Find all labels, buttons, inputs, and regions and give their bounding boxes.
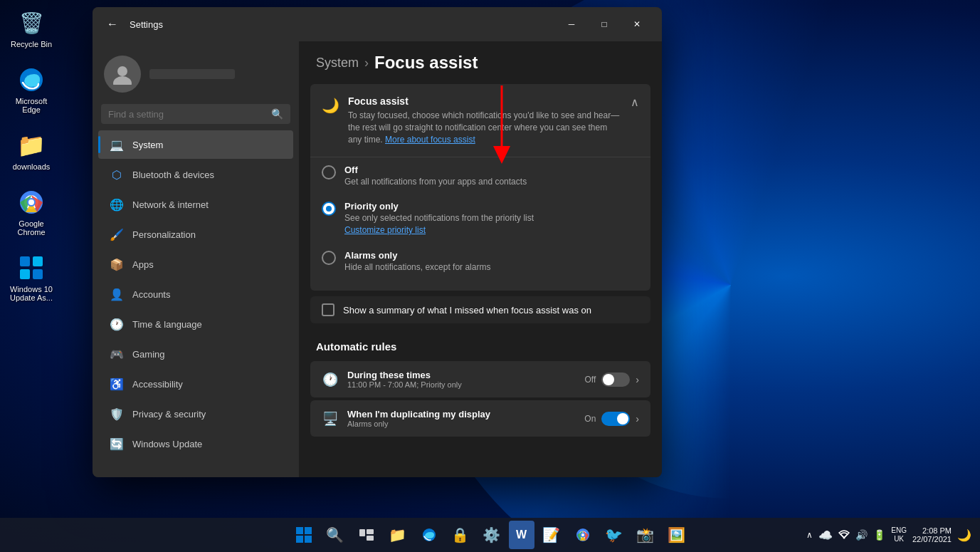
sidebar-item-apps[interactable]: 📦 Apps [98,250,293,278]
settings-window: ← Settings ─ □ ✕ 🔍 [93,7,662,477]
radio-alarms-text: Alarms only Hide all notifications, exce… [344,250,490,272]
search-input[interactable] [108,109,265,120]
user-profile[interactable] [93,50,299,104]
radio-alarms-circle[interactable] [322,251,336,265]
sidebar-item-system[interactable]: 💻 System [98,130,293,159]
svg-point-10 [113,76,132,85]
toggle-thumb [603,374,614,385]
svg-point-25 [843,536,845,538]
svg-rect-17 [359,529,365,536]
taskbar-search-icon[interactable]: 🔍 [321,521,349,549]
focus-learn-more[interactable]: More about focus assist [385,135,475,145]
sidebar-item-windows-update[interactable]: 🔄 Windows Update [98,429,293,458]
edge-label: Microsoft Edge [9,97,54,114]
network-label: Network & internet [132,199,209,210]
rule-duplicating-title: When I'm duplicating my display [347,409,576,420]
tray-network-icon[interactable] [838,529,850,541]
focus-assist-header[interactable]: 🌙 Focus assist To stay focused, choose w… [310,84,650,157]
taskbar-gallery-icon[interactable]: 🖼️ [663,521,691,549]
breadcrumb-parent: System [316,56,359,71]
rule-duplicating-arrow-icon: › [636,413,639,425]
sidebar-search[interactable]: 🔍 [101,104,290,124]
title-bar: ← Settings ─ □ ✕ [93,7,662,41]
sidebar-item-accounts[interactable]: 👤 Accounts [98,280,293,308]
radio-alarms[interactable]: Alarms only Hide all notifications, exce… [322,243,639,279]
taskbar-taskview-icon[interactable] [352,521,381,549]
summary-checkbox-option[interactable]: Show a summary of what I missed when foc… [310,296,650,323]
rule-during-toggle[interactable] [601,373,630,387]
tray-battery-icon[interactable]: 🔋 [873,529,885,541]
sidebar-item-time[interactable]: 🕐 Time & language [98,310,293,338]
sidebar-item-network[interactable]: 🌐 Network & internet [98,190,293,219]
recycle-bin-icon: 🗑️ [17,9,46,37]
taskbar-store-icon[interactable]: 🔒 [446,521,475,549]
windows-update-nav-label: Windows Update [132,439,202,449]
window-title: Settings [130,19,555,30]
summary-checkbox[interactable] [322,303,334,316]
windows-update-label: Windows 10 Update As... [9,285,54,302]
taskbar-edge-icon[interactable] [415,521,443,549]
svg-rect-16 [305,536,312,543]
summary-checkbox-label: Show a summary of what I missed when foc… [343,305,591,316]
taskbar-windows-icon[interactable] [290,521,318,549]
rule-duplicating-sub: Alarms only [347,420,576,428]
taskbar-date-text: 22/07/2021 [912,535,952,543]
sidebar-item-accessibility[interactable]: ♿ Accessibility [98,370,293,398]
taskbar-twitter-icon[interactable]: 🐦 [600,521,628,549]
taskbar-language[interactable]: ENGUK [891,526,907,543]
display-icon: 🖥️ [322,411,339,427]
svg-rect-7 [20,269,30,279]
rule-duplicating-right: On › [584,412,639,426]
gaming-icon: 🎮 [110,347,124,361]
system-icon: 💻 [110,137,124,152]
rule-during-times[interactable]: 🕐 During these times 11:00 PM - 7:00 AM;… [310,361,650,397]
personalization-label: Personalization [132,229,196,240]
minimize-button[interactable]: ─ [555,13,588,36]
svg-rect-18 [367,529,374,534]
tray-chevron-icon[interactable]: ∧ [806,530,813,540]
desktop-icon-recycle-bin[interactable]: 🗑️ Recycle Bin [6,6,57,51]
gaming-label: Gaming [132,349,165,360]
window-body: 🔍 💻 System ⬡ Bluetooth & devices 🌐 Netwo… [93,41,662,477]
chrome-label: Google Chrome [9,219,54,236]
radio-off[interactable]: Off Get all notifications from your apps… [322,157,639,194]
taskbar-clock[interactable]: 2:08 PM 22/07/2021 [912,526,952,543]
close-button[interactable]: ✕ [621,13,653,36]
svg-point-24 [581,533,584,536]
maximize-button[interactable]: □ [588,13,621,36]
desktop-icon-chrome[interactable]: Google Chrome [6,185,57,239]
taskbar-chrome-icon[interactable] [569,521,597,549]
svg-rect-8 [33,269,43,279]
tray-moon-icon[interactable]: 🌙 [957,528,971,542]
automatic-rules-header: Automatic rules [299,329,662,358]
desktop-icon-area: 🗑️ Recycle Bin Microsoft Edge 📁 download… [0,0,63,311]
back-button[interactable]: ← [101,13,124,36]
taskbar-settings-icon[interactable]: ⚙️ [478,521,506,549]
radio-priority[interactable]: Priority only See only selected notifica… [322,194,639,243]
desktop-icon-edge[interactable]: Microsoft Edge [6,63,57,117]
taskbar-center: 🔍 📁 🔒 ⚙️ W 📝 [290,521,691,549]
taskbar-photos-icon[interactable]: 📸 [631,521,660,549]
taskbar-word-icon[interactable]: W [509,521,534,549]
rule-duplicating[interactable]: 🖥️ When I'm duplicating my display Alarm… [310,400,650,437]
breadcrumb-sep: › [364,56,369,71]
customize-priority-link[interactable]: Customize priority list [344,225,426,235]
tray-sound-icon[interactable]: 🔊 [855,529,868,541]
main-content: System › Focus assist 🌙 Focus assist To … [299,41,662,477]
tray-onedrive-icon[interactable]: ☁️ [818,528,833,542]
desktop-icon-downloads[interactable]: 📁 downloads [6,128,57,174]
taskbar-explorer-icon[interactable]: 📁 [384,521,412,549]
radio-off-circle[interactable] [322,165,336,179]
sidebar-item-gaming[interactable]: 🎮 Gaming [98,340,293,368]
downloads-label: downloads [13,162,51,171]
rule-during-title: During these times [347,370,576,380]
sidebar-item-privacy[interactable]: 🛡️ Privacy & security [98,400,293,428]
rule-duplicating-toggle[interactable] [601,412,630,426]
desktop-icon-win-update[interactable]: Windows 10 Update As... [6,251,57,305]
windows-update-nav-icon: 🔄 [110,437,124,451]
radio-off-label: Off [344,165,527,175]
sidebar-item-personalization[interactable]: 🖌️ Personalization [98,220,293,249]
sidebar-item-bluetooth[interactable]: ⬡ Bluetooth & devices [98,160,293,189]
radio-priority-circle[interactable] [322,202,336,216]
taskbar-notes-icon[interactable]: 📝 [537,521,566,549]
